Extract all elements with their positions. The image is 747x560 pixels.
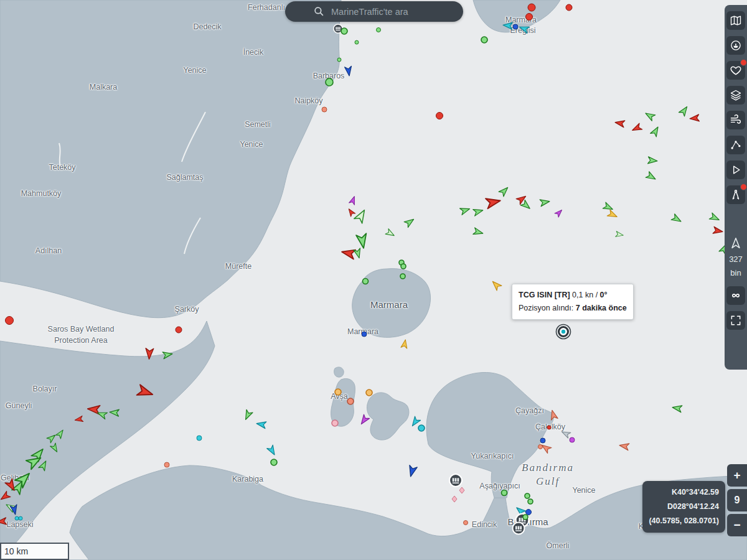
vessel-marker[interactable] bbox=[547, 426, 551, 429]
vessel-marker[interactable] bbox=[267, 445, 278, 456]
vessel-marker[interactable] bbox=[271, 459, 277, 465]
vessel-marker[interactable] bbox=[540, 198, 550, 206]
vessel-marker[interactable] bbox=[145, 348, 154, 360]
vessel-marker[interactable] bbox=[679, 105, 690, 116]
vessel-marker[interactable] bbox=[418, 425, 425, 431]
vessel-marker[interactable] bbox=[614, 119, 625, 127]
vessel-marker[interactable] bbox=[377, 28, 381, 32]
vessel-marker[interactable] bbox=[256, 420, 266, 428]
vessel-marker[interactable] bbox=[326, 78, 333, 86]
vessel-marker[interactable] bbox=[619, 442, 629, 450]
vessel-marker[interactable] bbox=[341, 28, 347, 34]
vessel-marker[interactable] bbox=[19, 516, 22, 520]
vessel-marker[interactable] bbox=[566, 4, 572, 11]
vessel-marker[interactable] bbox=[0, 491, 11, 502]
vessel-marker[interactable] bbox=[499, 185, 510, 196]
vessel-marker[interactable] bbox=[401, 339, 408, 348]
vessel-marker[interactable] bbox=[110, 409, 120, 416]
selected-vessel-target[interactable] bbox=[557, 325, 571, 339]
sidebar-btn-endless[interactable] bbox=[726, 286, 745, 305]
vessel-marker[interactable] bbox=[322, 107, 327, 112]
vessel-marker[interactable] bbox=[560, 429, 570, 438]
vessel-marker[interactable] bbox=[523, 515, 528, 520]
vessel-marker[interactable] bbox=[137, 385, 154, 399]
vessel-marker[interactable] bbox=[481, 37, 487, 43]
vessel-marker[interactable] bbox=[690, 114, 700, 122]
vessel-marker[interactable] bbox=[570, 437, 575, 442]
vessel-marker[interactable] bbox=[356, 233, 369, 249]
vessel-marker[interactable] bbox=[473, 207, 484, 217]
vessel-marker[interactable] bbox=[607, 210, 618, 220]
vessel-marker[interactable] bbox=[648, 157, 658, 164]
vessel-marker[interactable] bbox=[513, 24, 518, 29]
vessel-marker[interactable] bbox=[616, 231, 624, 238]
vessel-marker[interactable] bbox=[519, 24, 530, 33]
vessel-marker[interactable] bbox=[47, 433, 57, 443]
zoom-in-button[interactable]: + bbox=[727, 464, 747, 487]
vessel-marker[interactable] bbox=[176, 327, 182, 333]
vessel-marker[interactable] bbox=[528, 4, 535, 11]
vessel-marker[interactable] bbox=[349, 195, 357, 205]
vessel-marker[interactable] bbox=[55, 428, 65, 439]
vessel-marker[interactable] bbox=[555, 208, 564, 217]
vessel-marker[interactable] bbox=[646, 172, 657, 182]
zoom-out-button[interactable]: − bbox=[727, 514, 747, 536]
vessel-marker[interactable] bbox=[39, 459, 49, 470]
vessel-marker[interactable] bbox=[363, 279, 369, 284]
vessel-marker[interactable] bbox=[503, 22, 513, 29]
vessel-marker[interactable] bbox=[359, 414, 370, 426]
vessel-marker[interactable] bbox=[459, 487, 464, 493]
vessel-marker[interactable] bbox=[651, 125, 661, 136]
sidebar-btn-map-style[interactable] bbox=[726, 11, 745, 30]
vessel-marker[interactable] bbox=[347, 398, 354, 404]
port-icon[interactable] bbox=[449, 474, 462, 487]
vessel-marker[interactable] bbox=[404, 217, 416, 228]
vessel-marker[interactable] bbox=[400, 274, 405, 279]
vessel-marker[interactable] bbox=[540, 438, 545, 443]
vessel-marker[interactable] bbox=[452, 496, 457, 502]
vessel-marker[interactable] bbox=[354, 208, 369, 223]
vessel-marker[interactable] bbox=[335, 389, 341, 395]
port-icon[interactable] bbox=[513, 523, 525, 534]
vessel-marker[interactable] bbox=[332, 420, 338, 426]
sidebar-btn-weather[interactable] bbox=[726, 111, 745, 129]
vessel-marker[interactable] bbox=[525, 493, 530, 498]
vessel-marker[interactable] bbox=[549, 409, 558, 420]
vessel-marker[interactable] bbox=[243, 409, 253, 421]
vessel-marker[interactable] bbox=[671, 214, 682, 225]
vessel-marker[interactable] bbox=[603, 202, 614, 212]
vessel-marker[interactable] bbox=[631, 123, 642, 133]
vessel-marker[interactable] bbox=[15, 516, 19, 520]
vessel-marker[interactable] bbox=[355, 40, 359, 44]
vessel-marker[interactable] bbox=[709, 213, 720, 223]
vessel-marker[interactable] bbox=[526, 14, 533, 21]
vessel-marker[interactable] bbox=[74, 416, 83, 422]
vessel-marker[interactable] bbox=[162, 350, 173, 358]
sidebar-btn-playback[interactable] bbox=[726, 161, 745, 179]
vessel-marker[interactable] bbox=[96, 409, 108, 419]
vessel-marker[interactable] bbox=[347, 207, 355, 217]
vessel-marker[interactable] bbox=[526, 510, 532, 515]
vessel-marker[interactable] bbox=[644, 110, 655, 121]
vessel-marker[interactable] bbox=[436, 113, 443, 119]
sidebar-btn-favorites[interactable] bbox=[726, 61, 745, 80]
vessel-marker[interactable] bbox=[490, 279, 501, 290]
vessel-marker[interactable] bbox=[401, 264, 406, 269]
sidebar-btn-routes[interactable] bbox=[726, 136, 745, 154]
vessel-marker[interactable] bbox=[528, 499, 533, 504]
vessel-marker[interactable] bbox=[164, 462, 169, 467]
vessel-marker[interactable] bbox=[460, 205, 471, 215]
search-input[interactable] bbox=[330, 6, 435, 17]
sidebar-btn-tools[interactable] bbox=[726, 185, 745, 204]
vessel-marker[interactable] bbox=[713, 226, 723, 235]
vessel-marker[interactable] bbox=[362, 332, 367, 337]
vessel-marker[interactable] bbox=[407, 465, 418, 478]
vessel-marker[interactable] bbox=[341, 247, 355, 259]
vessel-marker[interactable] bbox=[337, 58, 341, 62]
vessel-marker[interactable] bbox=[0, 518, 6, 525]
sidebar-btn-layers[interactable] bbox=[726, 86, 745, 105]
vessel-marker[interactable] bbox=[464, 521, 468, 525]
vessel-marker[interactable] bbox=[345, 66, 353, 76]
vessel-marker[interactable] bbox=[486, 195, 501, 208]
vessel-marker[interactable] bbox=[366, 390, 372, 396]
